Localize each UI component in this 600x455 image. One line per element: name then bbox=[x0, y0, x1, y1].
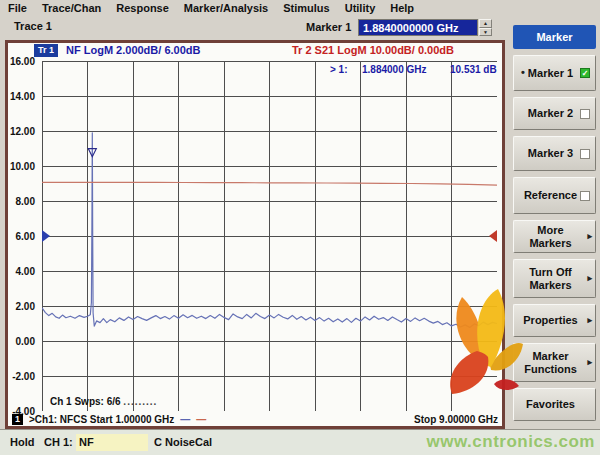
marker-2-checkbox[interactable] bbox=[580, 109, 590, 119]
y-tick-label: 14.00 bbox=[1, 91, 35, 102]
marker-readout-frequency: 1.884000 GHz bbox=[362, 64, 427, 75]
submenu-arrow-icon: ▸ bbox=[587, 357, 592, 367]
y-tick-label: 6.00 bbox=[1, 231, 35, 242]
menu-utility[interactable]: Utility bbox=[345, 2, 376, 14]
trace2-format-label[interactable]: Tr 2 S21 LogM 10.00dB/ 0.00dB bbox=[292, 44, 454, 56]
sweep-status: Ch 1 Swps: 6/6 ......... bbox=[50, 396, 157, 407]
submenu-arrow-icon: ▸ bbox=[587, 231, 592, 241]
submenu-arrow-icon: ▸ bbox=[587, 315, 592, 325]
y-tick-label: 2.00 bbox=[1, 301, 35, 312]
channel-stop-label: Stop 9.00000 GHz bbox=[414, 414, 498, 425]
y-axis-labels: 16.00 14.00 12.00 10.00 8.00 6.00 4.00 2… bbox=[8, 61, 37, 421]
menu-help[interactable]: Help bbox=[390, 2, 414, 14]
channel-footer: 1 >Ch1: NFCS Start 1.00000 GHz — — Stop … bbox=[8, 412, 502, 427]
menu-trace-chan[interactable]: Trace/Chan bbox=[42, 2, 101, 14]
softkey-marker-1[interactable]: • Marker 1 ✓ bbox=[513, 55, 596, 91]
active-marker-bullet: • bbox=[521, 66, 525, 79]
softkey-marker-functions[interactable]: Marker Functions ▸ bbox=[513, 343, 596, 382]
measurement-type-status: NF bbox=[76, 434, 148, 451]
spinner-up-icon[interactable]: ▲ bbox=[479, 19, 492, 28]
channel-number-badge: 1 bbox=[12, 414, 23, 425]
menu-stimulus[interactable]: Stimulus bbox=[283, 2, 329, 14]
trace1-format-label[interactable]: NF LogM 2.000dB/ 6.00dB bbox=[66, 44, 200, 56]
softkey-more-markers[interactable]: More Markers ▸ bbox=[513, 220, 596, 253]
marker-3-checkbox[interactable] bbox=[580, 149, 590, 159]
menu-marker-analysis[interactable]: Marker/Analysis bbox=[184, 2, 268, 14]
sweep-progress-dots: ......... bbox=[123, 396, 157, 407]
menu-response[interactable]: Response bbox=[116, 2, 169, 14]
marker-1-checkbox[interactable]: ✓ bbox=[580, 68, 590, 78]
menu-bar: File Trace/Chan Response Marker/Analysis… bbox=[0, 0, 600, 15]
submenu-arrow-icon: ▸ bbox=[587, 273, 592, 283]
softkey-reference[interactable]: Reference bbox=[513, 177, 596, 214]
trace-header: Tr 1 NF LogM 2.000dB/ 6.00dB Tr 2 S21 Lo… bbox=[8, 43, 502, 59]
softkey-menu-title[interactable]: Marker bbox=[513, 25, 596, 49]
frequency-spinner: ▲ ▼ bbox=[479, 19, 492, 36]
softkey-turn-off-markers[interactable]: Turn Off Markers ▸ bbox=[513, 259, 596, 298]
trace1-badge[interactable]: Tr 1 bbox=[34, 44, 58, 57]
channel-status-label: CH 1: bbox=[44, 436, 73, 448]
menu-file[interactable]: File bbox=[8, 2, 27, 14]
y-tick-label: 4.00 bbox=[1, 266, 35, 277]
softkey-properties[interactable]: Properties ▸ bbox=[513, 304, 596, 337]
y-tick-label: 16.00 bbox=[1, 56, 35, 67]
channel-start-label: >Ch1: NFCS Start 1.00000 GHz bbox=[29, 414, 174, 425]
trace-title: Trace 1 bbox=[14, 20, 52, 32]
softkey-favorites[interactable]: Favorites bbox=[513, 388, 596, 421]
cntronics-flame-logo bbox=[444, 287, 524, 399]
sweep-hold-status: Hold bbox=[10, 436, 34, 448]
spinner-down-icon[interactable]: ▼ bbox=[479, 28, 492, 37]
y-tick-label: 8.00 bbox=[1, 196, 35, 207]
measurement-plot bbox=[42, 61, 497, 411]
y-tick-label: 0.00 bbox=[1, 336, 35, 347]
trace2-legend-dash: — bbox=[196, 414, 206, 425]
trace1-legend-dash: — bbox=[180, 414, 190, 425]
instrument-screen: Tr 1 NF LogM 2.000dB/ 6.00dB Tr 2 S21 Lo… bbox=[5, 40, 505, 429]
softkey-marker-2[interactable]: Marker 2 bbox=[513, 97, 596, 130]
marker-frequency-input[interactable] bbox=[358, 19, 478, 36]
marker-readout-value: 10.531 dB bbox=[450, 64, 497, 75]
marker-entry-label: Marker 1 bbox=[306, 21, 351, 33]
y-tick-label: 10.00 bbox=[1, 161, 35, 172]
softkey-marker-3[interactable]: Marker 3 bbox=[513, 136, 596, 171]
site-watermark: www.cntronics.com bbox=[427, 432, 595, 452]
marker-readout-prefix: > 1: bbox=[330, 64, 348, 75]
calibration-status: C NoiseCal bbox=[154, 436, 212, 448]
y-tick-label: -2.00 bbox=[1, 371, 35, 382]
reference-checkbox[interactable] bbox=[580, 191, 590, 201]
y-tick-label: 12.00 bbox=[1, 126, 35, 137]
